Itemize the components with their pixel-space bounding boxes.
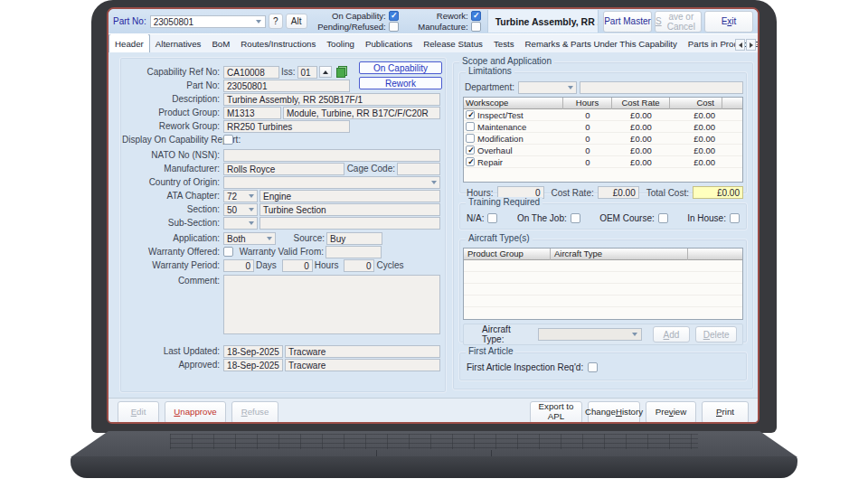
workscope-checkbox[interactable] xyxy=(466,134,475,143)
department-select[interactable] xyxy=(518,81,577,94)
nato-no-field[interactable] xyxy=(223,149,440,162)
ata-chapter-select[interactable]: 72 xyxy=(223,190,258,202)
workscope-checkbox[interactable] xyxy=(466,145,475,155)
warranty-hours-field[interactable]: 0 xyxy=(282,259,313,272)
workscope-checkbox[interactable] xyxy=(466,157,475,166)
copy-issue-icon[interactable] xyxy=(335,66,348,78)
warranty-days-field[interactable]: 0 xyxy=(223,259,254,272)
approved-label: Approved: xyxy=(122,360,223,370)
chevron-down-icon[interactable] xyxy=(246,192,256,201)
part-master-button[interactable]: Part Master xyxy=(603,11,652,33)
alt-button[interactable]: Alt xyxy=(286,14,307,29)
sub-section-name-field[interactable] xyxy=(259,217,440,230)
tab-routes-instructions[interactable]: Routes/Instructions xyxy=(235,35,321,52)
unapprove-button[interactable]: Unapprove xyxy=(165,401,226,424)
add-aircraft-button[interactable]: Add xyxy=(653,326,691,343)
sub-section-select[interactable] xyxy=(223,217,258,230)
section-select[interactable]: 50 xyxy=(223,203,258,216)
preview-button[interactable]: Preview xyxy=(646,401,696,424)
training-na-checkbox[interactable] xyxy=(487,213,497,223)
section-name-field[interactable]: Turbine Section xyxy=(259,203,440,216)
sub-section-row: Sub-Section: xyxy=(122,216,442,230)
on-capability-checkbox[interactable] xyxy=(389,11,399,21)
chevron-down-icon[interactable] xyxy=(630,330,640,339)
table-row[interactable]: Overhaul 0 £0.00 £0.00 xyxy=(464,145,742,156)
iss-field[interactable]: 01 xyxy=(297,66,317,79)
col-workscope: Workscope xyxy=(464,98,563,109)
tab-remarks-parts-under[interactable]: Remarks & Parts Under This Capability xyxy=(520,35,683,52)
save-cancel-button[interactable]: Save or Cancel xyxy=(655,11,702,33)
export-to-apl-button[interactable]: Export to APL xyxy=(530,401,582,424)
tab-tests[interactable]: Tests xyxy=(488,35,520,52)
display-on-report-checkbox[interactable] xyxy=(223,135,233,145)
warranty-hours-unit: Hours xyxy=(313,260,341,270)
change-history-button[interactable]: Change History xyxy=(588,401,640,424)
table-row[interactable]: Inspect/Test 0 £0.00 £0.00 xyxy=(464,109,742,121)
rework-group-field[interactable]: RR250 Turbines xyxy=(223,120,350,133)
workscope-name: Repair xyxy=(477,156,503,168)
ata-chapter-name-field[interactable]: Engine xyxy=(259,190,440,202)
tab-bom[interactable]: BoM xyxy=(206,35,235,52)
training-in-house-label: In House: xyxy=(687,213,726,223)
workscope-checkbox[interactable] xyxy=(466,122,475,131)
last-updated-date-field: 18-Sep-2025 xyxy=(223,345,283,358)
on-capability-status-button[interactable]: On Capability xyxy=(359,61,442,74)
issue-up-icon[interactable] xyxy=(319,66,332,78)
cell-hours: 0 xyxy=(563,109,612,121)
warranty-cycles-field[interactable]: 0 xyxy=(344,259,374,272)
delete-aircraft-button[interactable]: Delete xyxy=(695,326,737,343)
table-row[interactable]: Repair 0 £0.00 £0.00 xyxy=(464,156,742,168)
comment-textarea[interactable] xyxy=(223,275,440,334)
tab-tooling[interactable]: Tooling xyxy=(321,35,360,52)
table-row[interactable]: Maintenance 0 £0.00 £0.00 xyxy=(464,121,742,133)
workscope-checkbox[interactable] xyxy=(466,110,475,119)
source-field[interactable]: Buy xyxy=(326,232,382,245)
last-updated-label: Last Updated: xyxy=(122,346,223,356)
rework-checkbox[interactable] xyxy=(471,11,481,21)
tab-alternatives[interactable]: Alternatives xyxy=(150,35,207,52)
first-article-inspection-checkbox[interactable] xyxy=(588,362,598,372)
print-button[interactable]: Print xyxy=(702,401,749,424)
capability-ref-field[interactable]: CA10008 xyxy=(223,66,279,79)
tab-scroll-right-icon[interactable] xyxy=(746,39,756,51)
manufacturer-field[interactable]: Rolls Royce xyxy=(223,163,344,175)
chevron-down-icon[interactable] xyxy=(429,178,439,187)
product-group-name-field[interactable]: Module, Turbine, RR B17C/F/C20R xyxy=(283,107,440,119)
description-field[interactable]: Turbine Assembly, RR 250B17F/1 xyxy=(223,93,440,106)
part-no-combo[interactable]: 23050801 xyxy=(150,15,266,28)
approved-row: Approved: 18-Sep-2025 Tracware xyxy=(122,358,442,371)
rework-status-button[interactable]: Rework xyxy=(359,77,442,89)
edit-button[interactable]: Edit xyxy=(118,401,159,424)
ata-chapter-row: ATA Chapter: 72 Engine xyxy=(122,189,442,202)
chevron-down-icon[interactable] xyxy=(246,219,256,228)
laptop-base xyxy=(71,431,797,457)
product-group-code-field[interactable]: M1313 xyxy=(223,107,281,119)
warranty-offered-checkbox[interactable] xyxy=(223,247,233,257)
chevron-down-icon[interactable] xyxy=(264,234,274,243)
tab-publications[interactable]: Publications xyxy=(360,35,418,52)
warranty-valid-from-field[interactable] xyxy=(326,246,382,258)
country-of-origin-select[interactable] xyxy=(223,176,440,189)
tab-scroll-left-icon[interactable] xyxy=(735,39,745,51)
col-spacer xyxy=(722,98,742,109)
manufacture-checkbox[interactable] xyxy=(471,22,481,32)
chevron-down-icon[interactable] xyxy=(254,17,264,26)
part-no-field[interactable]: 23050801 xyxy=(223,80,350,92)
cage-code-field[interactable] xyxy=(397,163,440,175)
refuse-button[interactable]: Refuse xyxy=(231,401,278,424)
exit-button[interactable]: Exit xyxy=(704,11,753,33)
training-oem-course-checkbox[interactable] xyxy=(658,213,668,223)
help-button[interactable]: ? xyxy=(269,14,283,29)
nato-no-label: NATO No (NSN): xyxy=(122,150,223,160)
training-on-the-job-checkbox[interactable] xyxy=(571,213,580,223)
aircraft-type-select[interactable] xyxy=(538,328,642,341)
tab-header[interactable]: Header xyxy=(108,33,150,52)
training-in-house-checkbox[interactable] xyxy=(730,213,740,223)
table-row[interactable]: Modification 0 £0.00 £0.00 xyxy=(464,133,742,145)
cell-hours: 0 xyxy=(563,133,612,145)
chevron-down-icon[interactable] xyxy=(565,83,575,92)
pending-refused-checkbox[interactable] xyxy=(389,22,399,32)
tab-release-status[interactable]: Release Status xyxy=(418,35,488,52)
chevron-down-icon[interactable] xyxy=(246,205,256,214)
application-select[interactable]: Both xyxy=(223,232,276,245)
